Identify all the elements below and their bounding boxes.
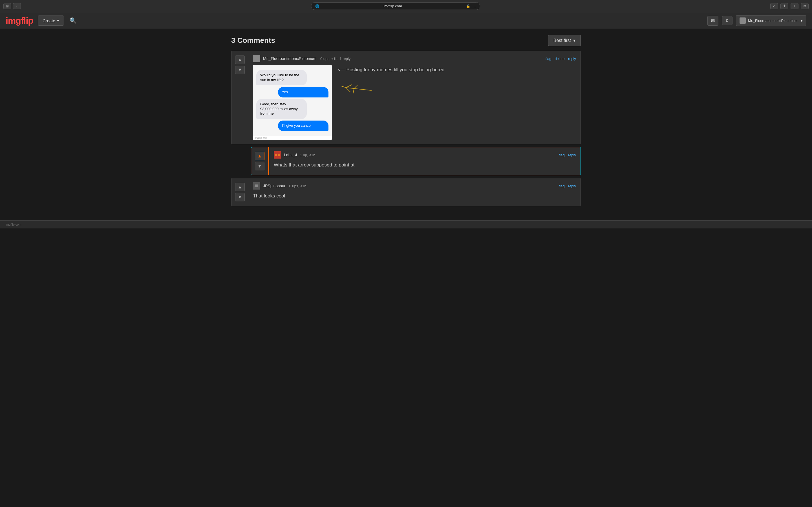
comment-body: Mr._FluoroantimonicPlutonium. 0 ups, <1h… [248,51,580,144]
comment-card: ▲ ▼ Mr._FluoroantimonicPlutonium. 0 ups,… [231,51,581,144]
lock-icon: 🔒 [466,4,470,8]
user-menu-button[interactable]: Mr._FluoroantimonicPlutonium. ▾ [736,15,806,26]
address-text: imgflip.com [322,4,464,8]
globe-icon: 🌐 [315,4,319,8]
arrow-svg [338,82,377,99]
jp-avatar-icon [253,182,260,189]
delete-action[interactable]: delete [555,57,564,61]
footer-text: imgflip.com [6,223,21,226]
username-display: Mr._FluoroantimonicPlutonium. [748,18,799,23]
lala-avatar [274,151,281,159]
site-logo[interactable]: imgflip [6,15,33,26]
lala-avatar-icon [274,151,281,159]
comment-stats: 0 ups, <1h, 1 reply [320,57,350,61]
comment-stats-3: 0 ups, <1h [289,184,306,188]
browser-actions: ✓ ⬆ + ⧉ [770,3,809,9]
chat-bubble-2: Yes [278,87,328,98]
upvote-button-reply[interactable]: ▲ [255,152,264,160]
meme-image: Would you like to be the sun in my life?… [253,65,332,140]
logo-black: img [6,15,21,25]
svg-rect-6 [274,151,281,159]
comment-text-area: <— Posting funny memes till you stop bei… [338,65,576,100]
comment-text-3: That looks cool [253,192,576,200]
downvote-button-reply[interactable]: ▼ [255,162,264,170]
browser-back-btn[interactable]: ‹ [13,3,21,9]
main-content: 3 Comments Best first ▾ ▲ ▼ Mr._Fluoroan… [220,29,592,215]
share-btn[interactable]: ⬆ [780,3,788,9]
flag-action-reply[interactable]: flag [559,153,565,157]
meme-chat-content: Would you like to be the sun in my life?… [253,65,332,136]
comment-card-reply: ▲ ▼ LaLa_4 1 up, <1h flag [251,147,581,175]
create-label: Create [43,18,55,23]
sidebar-toggle-btn[interactable]: ⊞ [3,3,11,9]
chat-bubble-1: Would you like to be the sun in my life? [256,70,307,86]
comment-text: <— Posting funny memes till you stop bei… [338,66,576,73]
imgflip-watermark: imgflip.com [253,136,332,140]
header-right: ✉ 0 Mr._FluoroantimonicPlutonium. ▾ [707,15,806,26]
upvote-button[interactable]: ▲ [235,55,245,64]
comments-title: 3 Comments [231,36,275,45]
comment-actions-3: flag reply [559,184,576,188]
footer-bar: imgflip.com [0,220,812,228]
browser-window-controls: ⊞ ‹ [3,3,21,9]
flag-action[interactable]: flag [545,57,551,61]
sort-dropdown[interactable]: Best first ▾ [548,35,581,46]
jp-avatar [253,182,260,189]
mail-button[interactable]: ✉ [707,16,718,25]
logo-red: flip [21,15,33,25]
chat-bubble-3: Good, then stay 93,000,000 miles away fr… [256,99,307,119]
chat-bubble-4: I'll give you cancer [278,121,328,131]
site-header: imgflip Create ▾ 🔍 ✉ 0 Mr._Fluoroantimon… [0,12,812,29]
comment-actions: flag delete reply [545,57,576,61]
svg-line-3 [342,86,346,88]
comments-header: 3 Comments Best first ▾ [231,35,581,46]
address-bar[interactable]: 🌐 imgflip.com 🔒 … [311,2,480,10]
upvote-button-3[interactable]: ▲ [235,183,245,191]
notification-badge[interactable]: 0 [722,16,732,25]
reply-action-reply[interactable]: reply [568,153,576,157]
flag-action-3[interactable]: flag [559,184,565,188]
shield-btn[interactable]: ✓ [770,3,778,9]
reply-indent: ▲ ▼ LaLa_4 1 up, <1h flag [251,147,581,175]
reply-action-3[interactable]: reply [568,184,576,188]
comment-meta: Mr._FluoroantimonicPlutonium. 0 ups, <1h… [253,55,576,62]
create-button[interactable]: Create ▾ [38,15,64,25]
comment-actions-reply: flag reply [559,153,576,157]
downvote-button[interactable]: ▼ [235,66,245,74]
tabs-btn[interactable]: ⧉ [801,3,809,9]
svg-rect-8 [278,154,280,156]
comment-meme-area: Would you like to be the sun in my life?… [253,65,576,140]
more-icon: … [472,4,476,8]
commenter-name-reply: LaLa_4 [284,153,297,157]
svg-line-0 [346,88,371,91]
vote-column: ▲ ▼ [232,51,248,144]
comment-meta-3: JPSpinosaur. 0 ups, <1h flag reply [253,182,576,189]
svg-line-5 [353,89,354,93]
comment-body-3: JPSpinosaur. 0 ups, <1h flag reply That … [248,178,580,206]
user-menu-chevron-icon: ▾ [801,18,803,23]
new-tab-btn[interactable]: + [791,3,799,9]
comment-card-3: ▲ ▼ JPSpinosaur. 0 ups, <1h flag reply [231,178,581,206]
comment-text-reply: Whats that arrow supposed to point at [274,161,576,169]
svg-line-4 [354,86,357,88]
sort-label: Best first [553,38,571,43]
commenter-name: Mr._FluoroantimonicPlutonium. [263,56,317,61]
commenter-avatar [253,55,260,62]
create-chevron-icon: ▾ [57,18,59,23]
downvote-button-3[interactable]: ▼ [235,193,245,202]
svg-line-1 [346,85,352,88]
svg-rect-11 [255,186,256,187]
vote-column-reply: ▲ ▼ [251,147,268,175]
notification-count: 0 [726,18,728,23]
comment-meta-reply: LaLa_4 1 up, <1h flag reply [274,151,576,159]
svg-rect-7 [275,154,277,156]
commenter-name-3: JPSpinosaur. [263,184,287,188]
search-button[interactable]: 🔍 [70,17,77,24]
browser-chrome: ⊞ ‹ 🌐 imgflip.com 🔒 … ✓ ⬆ + ⧉ [0,0,812,12]
user-avatar-icon [740,17,746,24]
sort-chevron-icon: ▾ [573,38,575,43]
vote-column-3: ▲ ▼ [232,178,248,206]
comment-body-reply: LaLa_4 1 up, <1h flag reply Whats that a… [269,147,580,175]
comment-stats-reply: 1 up, <1h [300,153,315,157]
reply-action[interactable]: reply [568,57,576,61]
